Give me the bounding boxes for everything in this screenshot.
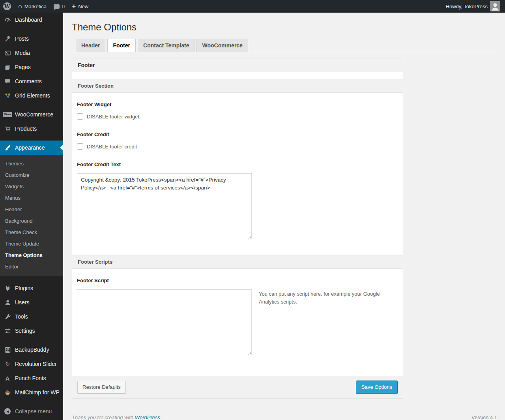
submenu-item-theme-options[interactable]: Theme Options <box>0 249 63 261</box>
comments-shortcut[interactable]: 0 <box>54 4 65 9</box>
sidebar-item-woocommerce[interactable]: Woo WooCommerce <box>0 107 63 122</box>
sidebar-item-label: Dashboard <box>15 17 42 23</box>
restore-defaults-button[interactable]: Restore Defaults <box>77 381 126 394</box>
submenu-label: Header <box>5 206 22 212</box>
disable-footer-credit-checkbox[interactable] <box>77 143 83 150</box>
collapse-menu-button[interactable]: ◀ Collapse menu <box>0 404 63 418</box>
sidebar-item-users[interactable]: Users <box>0 295 63 309</box>
brush-icon <box>4 144 11 152</box>
sidebar-item-plugins[interactable]: Plugins <box>0 281 63 295</box>
footer-script-help-text: You can put any script here, for example… <box>259 290 385 306</box>
menu-separator <box>0 338 63 343</box>
sidebar-item-label: MailChimp for WP <box>15 389 60 396</box>
footer-script-textarea[interactable] <box>77 289 252 355</box>
admin-sidebar: Dashboard Posts <box>0 13 63 420</box>
sidebar-item-posts[interactable]: Posts <box>0 32 63 46</box>
footer-widget-control: DISABLE footer widget <box>77 113 398 120</box>
theme-options-panel: Footer Footer Section Footer Widget DISA… <box>72 58 403 399</box>
footer-scripts-body: Footer Script You can put any script her… <box>72 269 403 376</box>
woocommerce-icon: Woo <box>4 111 11 118</box>
wrench-icon <box>4 313 11 321</box>
appearance-submenu: Themes Customize Widgets Menus Header Ba… <box>0 155 63 276</box>
submenu-item-theme-update[interactable]: Theme Update <box>0 238 63 249</box>
submenu-item-theme-check[interactable]: Theme Check <box>0 227 63 238</box>
submenu-item-header[interactable]: Header <box>0 204 63 215</box>
version-text: Version 4.1 <box>471 414 497 420</box>
howdy-text: Howdy, TokoPress <box>446 4 488 9</box>
new-content-button[interactable]: + New <box>72 4 88 9</box>
plugin-icon <box>4 284 11 292</box>
thank-you-text: Thank you for creating with WordPress. <box>72 414 162 420</box>
sidebar-item-products[interactable]: Products <box>0 122 63 136</box>
checkbox-label: DISABLE footer credit <box>87 144 137 150</box>
thanks-suffix: . <box>160 414 162 420</box>
submenu-item-editor[interactable]: Editor <box>0 261 63 272</box>
footer-widget-checkbox-row[interactable]: DISABLE footer widget <box>77 113 398 120</box>
sidebar-item-pages[interactable]: Pages <box>0 60 63 74</box>
save-options-button[interactable]: Save Options <box>356 381 398 394</box>
sidebar-item-label: Tools <box>15 313 28 320</box>
footer-credit-control: DISABLE footer credit <box>77 143 398 150</box>
tab-header[interactable]: Header <box>76 39 105 52</box>
submenu-item-customize[interactable]: Customize <box>0 169 63 181</box>
comments-icon <box>4 77 11 85</box>
site-link[interactable]: ⌂ Marketica <box>18 3 47 9</box>
sidebar-item-punch-fonts[interactable]: A Punch Fonts <box>0 371 63 385</box>
comment-bubble-icon <box>54 4 60 9</box>
menu-separator <box>0 103 63 107</box>
sidebar-item-settings[interactable]: Settings <box>0 324 63 338</box>
tab-woocommerce[interactable]: WooCommerce <box>196 39 248 52</box>
collapse-arrow-icon: ◀ <box>4 407 11 415</box>
sidebar-item-label: Plugins <box>15 285 33 291</box>
submenu-label: Editor <box>5 264 19 270</box>
footer-credit-text-label: Footer Credit Text <box>77 161 398 167</box>
submenu-item-widgets[interactable]: Widgets <box>0 181 63 192</box>
admin-bar-left: W ⌂ Marketica 0 + New <box>3 2 88 10</box>
admin-bar: W ⌂ Marketica 0 + New Howdy, TokoPress <box>0 0 505 13</box>
sidebar-item-dashboard[interactable]: Dashboard <box>0 13 63 27</box>
cart-icon <box>4 125 11 133</box>
sidebar-item-appearance[interactable]: Appearance <box>0 141 63 155</box>
sidebar-item-revolution-slider[interactable]: ↻ Revolution Slider <box>0 357 63 371</box>
footer-section-body: Footer Widget DISABLE footer widget Foot… <box>72 93 403 255</box>
my-account-menu[interactable]: Howdy, TokoPress <box>446 1 500 11</box>
admin-menu: Dashboard Posts <box>0 13 63 418</box>
footer-credit-checkbox-row[interactable]: DISABLE footer credit <box>77 143 398 150</box>
sidebar-item-label: Revolution Slider <box>15 361 57 367</box>
wordpress-logo-icon: W <box>3 2 11 10</box>
home-icon: ⌂ <box>18 3 22 9</box>
disable-footer-widget-checkbox[interactable] <box>77 113 83 120</box>
submenu-item-background[interactable]: Background <box>0 215 63 227</box>
footer-widget-label: Footer Widget <box>77 101 398 107</box>
panel-gap <box>72 72 403 79</box>
footer-credit-text-control: Copyright &copy; 2015 TokoPress<span><a … <box>77 173 398 241</box>
admin-bar-right: Howdy, TokoPress <box>446 1 500 11</box>
submenu-item-menus[interactable]: Menus <box>0 192 63 204</box>
wordpress-menu-button[interactable]: W <box>3 2 11 10</box>
avatar <box>490 1 500 11</box>
footer-script-control: You can put any script here, for example… <box>77 289 398 355</box>
thanks-prefix: Thank you for creating with <box>72 414 135 420</box>
menu-separator <box>0 276 63 281</box>
mailchimp-monkey-icon <box>4 388 11 396</box>
submenu-label: Theme Options <box>5 252 43 258</box>
sidebar-item-label: Settings <box>15 328 35 334</box>
sidebar-item-mailchimp[interactable]: MailChimp for WP <box>0 385 63 399</box>
tab-contact-template[interactable]: Contact Template <box>138 39 195 52</box>
panel-title: Footer <box>72 58 403 72</box>
wordpress-link[interactable]: WordPress <box>135 414 160 420</box>
media-icon <box>4 49 11 57</box>
submenu-label: Theme Update <box>5 241 39 247</box>
footer-credit-text-textarea[interactable]: Copyright &copy; 2015 TokoPress<span><a … <box>77 173 252 239</box>
sidebar-item-comments[interactable]: Comments <box>0 74 63 88</box>
submenu-label: Theme Check <box>5 229 37 235</box>
page-title: Theme Options <box>72 22 497 33</box>
tab-footer[interactable]: Footer <box>107 39 136 52</box>
sidebar-item-backupbuddy[interactable]: BackupBuddy <box>0 343 63 357</box>
sidebar-item-tools[interactable]: Tools <box>0 309 63 324</box>
menu-separator <box>0 27 63 32</box>
submenu-item-themes[interactable]: Themes <box>0 158 63 169</box>
sidebar-item-grid-elements[interactable]: Grid Elements <box>0 88 63 103</box>
submenu-label: Themes <box>5 161 24 167</box>
sidebar-item-media[interactable]: Media <box>0 46 63 60</box>
